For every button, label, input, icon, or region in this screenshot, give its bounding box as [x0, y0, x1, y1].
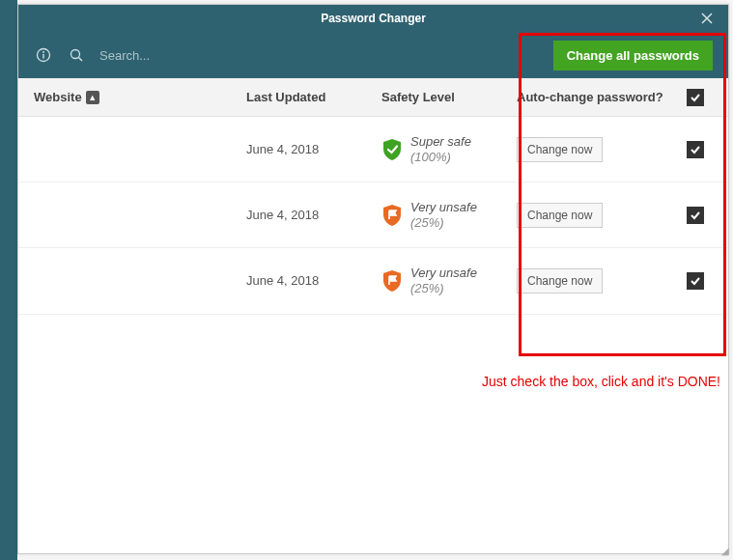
change-all-passwords-button[interactable]: Change all passwords	[553, 41, 713, 70]
col-header-last-updated[interactable]: Last Updated	[246, 90, 381, 104]
cell-safety: Very unsafe (25%)	[381, 266, 517, 295]
col-header-safety[interactable]: Safety Level	[381, 90, 517, 104]
window-title: Password Changer	[321, 12, 426, 25]
shield-icon	[381, 203, 403, 228]
safety-label: Very unsafe	[410, 266, 477, 281]
svg-point-3	[71, 50, 80, 59]
svg-line-4	[79, 58, 83, 62]
cell-last-updated: June 4, 2018	[246, 208, 381, 222]
table-row: June 4, 2018 Super safe (100%) Change no…	[18, 117, 728, 182]
cell-last-updated: June 4, 2018	[246, 142, 381, 156]
search-input[interactable]	[99, 48, 273, 63]
close-button[interactable]	[693, 5, 720, 32]
cell-safety: Very unsafe (25%)	[381, 200, 517, 230]
row-checkbox[interactable]	[687, 272, 704, 290]
safety-percent: (25%)	[410, 281, 477, 296]
background-sidebar	[0, 0, 17, 560]
info-button[interactable]	[34, 45, 53, 65]
change-now-button[interactable]: Change now	[517, 203, 603, 228]
safety-label: Very unsafe	[410, 200, 477, 215]
table-header: Website ▲ Last Updated Safety Level Auto…	[18, 78, 728, 117]
password-changer-dialog: Password Changer Change all passwords We…	[17, 4, 729, 554]
close-icon	[701, 13, 713, 24]
check-icon	[690, 275, 701, 287]
col-header-website[interactable]: Website ▲	[34, 90, 246, 104]
info-icon	[36, 47, 51, 63]
col-header-auto-change[interactable]: Auto-change password?	[517, 90, 678, 104]
search-icon	[69, 47, 84, 63]
sort-asc-icon: ▲	[86, 91, 99, 104]
safety-label: Super safe	[410, 134, 471, 150]
titlebar: Password Changer	[18, 5, 728, 32]
search-button[interactable]	[67, 45, 86, 65]
toolbar: Change all passwords	[18, 32, 728, 78]
safety-percent: (25%)	[410, 215, 477, 231]
svg-point-1	[42, 51, 44, 53]
check-icon	[690, 210, 701, 221]
select-all-checkbox[interactable]	[687, 89, 704, 106]
table-body: June 4, 2018 Super safe (100%) Change no…	[18, 117, 728, 553]
row-checkbox[interactable]	[687, 141, 704, 158]
row-checkbox[interactable]	[687, 207, 704, 224]
check-icon	[690, 92, 701, 103]
table-row: June 4, 2018 Very unsafe (25%) Change no…	[18, 182, 728, 248]
safety-percent: (100%)	[410, 150, 471, 165]
resize-grip-icon[interactable]: ◢	[721, 546, 729, 556]
annotation-text: Just check the box, click and it's DONE!	[482, 374, 720, 389]
change-now-button[interactable]: Change now	[517, 268, 603, 294]
check-icon	[690, 144, 701, 155]
shield-icon	[381, 268, 403, 294]
cell-last-updated: June 4, 2018	[246, 273, 381, 288]
table-row: June 4, 2018 Very unsafe (25%) Change no…	[18, 248, 728, 314]
cell-safety: Super safe (100%)	[381, 134, 517, 164]
change-now-button[interactable]: Change now	[517, 137, 603, 162]
svg-rect-2	[42, 54, 43, 59]
shield-icon	[381, 137, 403, 162]
